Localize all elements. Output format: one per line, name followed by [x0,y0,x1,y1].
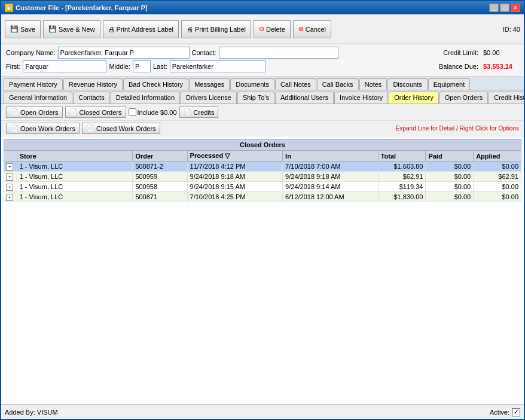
tab-call-notes[interactable]: Call Notes [275,78,316,90]
table-body: + 1 - Visum, LLC 500871-2 11/7/2018 4:12… [4,162,521,202]
save-new-label: Save & New [59,26,95,33]
contact-input[interactable] [219,47,338,59]
processed-cell: 9/24/2018 9:15 AM [187,182,283,192]
orders-table: Closed Orders Store Order Processed ▽ In… [4,139,521,202]
include-zero-checkbox[interactable] [129,108,136,116]
expand-button[interactable]: + [6,194,13,201]
save-new-button[interactable]: 💾 Save & New [43,20,100,38]
col-store-header[interactable]: Store [17,151,133,162]
work-order-bar: 📄 Open Work Orders 📄 Closed Work Orders … [1,121,524,136]
tab-credit-history[interactable]: Credit History [489,92,524,104]
paid-cell: $0.00 [426,182,474,192]
include-zero-label[interactable]: Include $0.00 [129,108,177,116]
maximize-button[interactable]: □ [500,4,509,12]
tab-notes[interactable]: Notes [359,78,387,90]
tab-payment-history[interactable]: Payment History [4,78,63,90]
open-orders-button[interactable]: 📄 Open Orders [6,106,63,118]
tab-invoice-history[interactable]: Invoice History [334,92,388,104]
tab-drivers-license[interactable]: Drivers License [181,92,237,104]
credits-label: Credits [194,109,215,116]
tab-detailed-information[interactable]: Detailed Information [111,92,180,104]
active-area: Active: ✓ [490,408,520,416]
cancel-icon: ⊘ [298,25,304,33]
processed-cell: 7/10/2018 4:25 PM [187,192,283,202]
table-row[interactable]: + 1 - Visum, LLC 500871-2 11/7/2018 4:12… [4,162,521,172]
tab-call-backs[interactable]: Call Backs [317,78,359,90]
company-name-label: Company Name: [6,49,56,56]
expand-cell[interactable]: + [4,182,17,192]
tab-order-history[interactable]: Order History [389,92,438,104]
credit-limit-label: Credit Limit: [443,49,478,56]
title-bar-left: 📋 Customer File - [Parekenfarker, Farqua… [5,4,148,12]
contact-label: Contact: [192,49,216,56]
expand-button[interactable]: + [6,163,13,171]
open-work-orders-button[interactable]: 📄 Open Work Orders [6,123,80,134]
store-cell: 1 - Visum, LLC [17,192,133,202]
last-label: Last: [153,63,167,70]
col-paid-header[interactable]: Paid [426,151,474,162]
col-total-header[interactable]: Total [378,151,426,162]
print-address-button[interactable]: 🖨 Print Address Label [103,20,179,38]
table-row[interactable]: + 1 - Visum, LLC 500871 7/10/2018 4:25 P… [4,192,521,202]
expand-button[interactable]: + [6,184,13,191]
delete-button[interactable]: ⊖ Delete [254,20,291,38]
tab-discounts[interactable]: Discounts [387,78,427,90]
expand-cell[interactable]: + [4,192,17,202]
print-billing-button[interactable]: 🖨 Print Billing Label [181,20,251,38]
first-input[interactable] [23,60,106,72]
company-name-input[interactable] [58,47,190,59]
active-label: Active: [490,409,509,416]
first-label: First: [6,63,20,70]
form-right-top: Credit Limit: $0.00 [443,49,519,56]
col-processed-header[interactable]: Processed ▽ [187,151,283,162]
sort-indicator: ▽ [225,152,230,159]
middle-label: Middle: [109,63,130,70]
total-cell: $1,603.80 [378,162,426,172]
save-new-icon: 💾 [48,25,57,33]
credits-button[interactable]: 📄 Credits [179,106,219,118]
last-input[interactable] [170,60,265,72]
closed-orders-label: Closed Orders [80,109,122,116]
table-row[interactable]: + 1 - Visum, LLC 500959 9/24/2018 9:18 A… [4,172,521,182]
tab-open-orders[interactable]: Open Orders [439,92,489,104]
tab-ship-tos[interactable]: Ship To's [237,92,274,104]
cancel-label: Cancel [306,26,326,33]
print-address-label: Print Address Label [117,26,173,33]
delete-icon: ⊖ [259,25,264,33]
tab-bad-check-history[interactable]: Bad Check History [123,78,188,90]
close-button[interactable]: ✕ [511,4,520,12]
include-zero-text: Include $0.00 [138,109,177,116]
active-checkbox[interactable]: ✓ [512,408,520,416]
table-column-headers: Store Order Processed ▽ In Total Paid Ap… [4,151,521,162]
col-in-header[interactable]: In [283,151,379,162]
save-button[interactable]: 💾 Save [5,20,41,38]
expand-cell[interactable]: + [4,162,17,172]
closed-work-orders-label: Closed Work Orders [96,125,155,132]
col-applied-header[interactable]: Applied [474,151,521,162]
closed-orders-button[interactable]: 📄 Closed Orders [65,106,126,118]
expand-button[interactable]: + [6,174,13,181]
tab-revenue-history[interactable]: Revenue History [63,78,123,90]
tab-messages[interactable]: Messages [189,78,230,90]
tab-equipment[interactable]: Equipment [428,78,471,90]
credits-icon: 📄 [184,108,192,116]
minimize-button[interactable]: _ [489,4,499,12]
closed-work-orders-button[interactable]: 📄 Closed Work Orders [82,123,160,134]
table-row[interactable]: + 1 - Visum, LLC 500958 9/24/2018 9:15 A… [4,182,521,192]
closed-work-orders-icon: 📄 [86,124,94,132]
col-order-header[interactable]: Order [133,151,187,162]
section-header: Closed Orders [4,139,521,151]
cancel-button[interactable]: ⊘ Cancel [293,20,331,38]
title-bar: 📋 Customer File - [Parekenfarker, Farqua… [1,1,524,14]
tab-contacts[interactable]: Contacts [73,92,109,104]
toolbar: 💾 Save 💾 Save & New 🖨 Print Address Labe… [1,14,524,44]
tab-documents[interactable]: Documents [230,78,274,90]
tab-general-information[interactable]: General Information [4,92,72,104]
paid-cell: $0.00 [426,172,474,182]
store-cell: 1 - Visum, LLC [17,162,133,172]
processed-cell: 11/7/2018 4:12 PM [187,162,283,172]
title-bar-controls: _ □ ✕ [489,4,520,12]
middle-input[interactable] [133,60,151,72]
tab-additional-users[interactable]: Additional Users [275,92,334,104]
expand-cell[interactable]: + [4,172,17,182]
